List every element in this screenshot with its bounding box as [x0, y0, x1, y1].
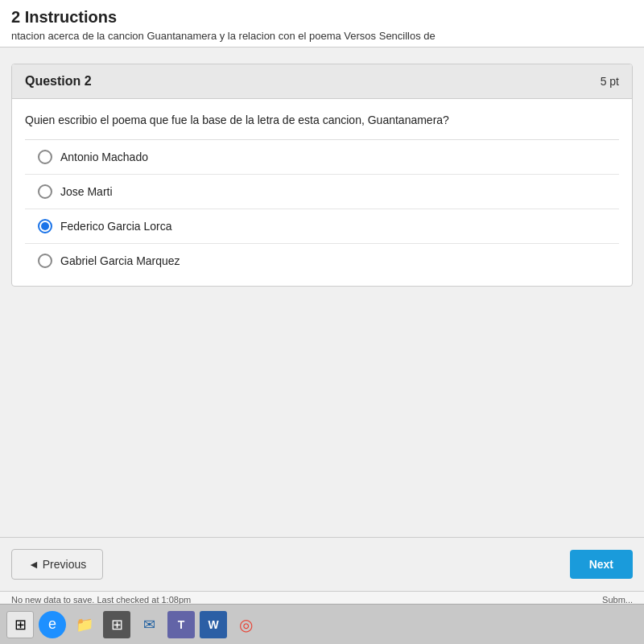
options-list: Antonio Machado Jose Marti Federico Garc…	[25, 139, 619, 278]
radio-federico-garcia-lorca[interactable]	[38, 219, 52, 233]
option-federico-garcia-lorca[interactable]: Federico Garcia Lorca	[25, 209, 619, 244]
top-bar: 2 Instructions ntacion acerca de la canc…	[0, 0, 644, 47]
store-taskbar-icon[interactable]: ⊞	[103, 611, 130, 638]
question-points: 5 pt	[601, 75, 619, 88]
chrome-taskbar-icon[interactable]: ◎	[232, 611, 259, 638]
subtitle: ntacion acerca de la cancion Guantanamer…	[11, 30, 633, 42]
question-body: Quien escribio el poema que fue la base …	[12, 99, 632, 286]
content-area: Question 2 5 pt Quien escribio el poema …	[0, 47, 644, 537]
radio-gabriel-garcia-marquez[interactable]	[38, 254, 52, 268]
option-label-federico-garcia-lorca: Federico Garcia Lorca	[60, 220, 172, 233]
mail-taskbar-icon[interactable]: ✉	[135, 611, 163, 638]
option-gabriel-garcia-marquez[interactable]: Gabriel Garcia Marquez	[25, 244, 619, 278]
page-title: 2 Instructions	[11, 8, 633, 27]
option-label-antonio-machado: Antonio Machado	[60, 151, 148, 163]
radio-inner-selected	[41, 222, 49, 230]
word-taskbar-icon[interactable]: W	[200, 611, 227, 638]
option-antonio-machado[interactable]: Antonio Machado	[25, 140, 619, 175]
taskbar: ⊞ e 📁 ⊞ ✉ T W ◎	[0, 604, 644, 644]
option-label-jose-marti: Jose Marti	[60, 185, 113, 198]
radio-antonio-machado[interactable]	[38, 150, 52, 164]
question-card: Question 2 5 pt Quien escribio el poema …	[11, 64, 633, 287]
folder-taskbar-icon[interactable]: 📁	[71, 611, 98, 638]
previous-button[interactable]: ◄ Previous	[11, 549, 103, 580]
question-header: Question 2 5 pt	[12, 64, 632, 99]
edge-taskbar-icon[interactable]: e	[39, 611, 66, 638]
option-label-gabriel-garcia-marquez: Gabriel Garcia Marquez	[60, 254, 180, 267]
radio-jose-marti[interactable]	[38, 184, 52, 199]
next-button[interactable]: Next	[570, 550, 633, 579]
option-jose-marti[interactable]: Jose Marti	[25, 175, 619, 209]
question-text: Quien escribio el poema que fue la base …	[25, 114, 619, 126]
navigation-area: ◄ Previous Next	[0, 537, 644, 591]
windows-start-icon[interactable]: ⊞	[6, 611, 34, 638]
teams-taskbar-icon[interactable]: T	[167, 611, 195, 638]
question-title: Question 2	[25, 74, 92, 89]
